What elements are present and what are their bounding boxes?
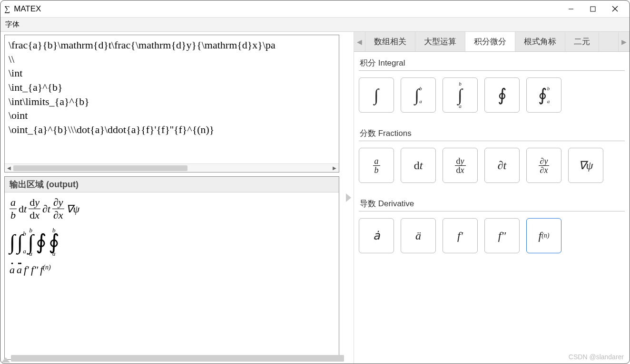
output-line-3: aa f′f″ f(n) [10, 264, 334, 276]
tab-4[interactable]: 二元 [565, 32, 599, 51]
btn-int-ab-limits[interactable]: b∫a [443, 77, 478, 113]
vertical-divider[interactable] [343, 32, 354, 364]
symbol-panel: 积分 Integral ∫∫bab∫a∮∮ba 分数 Fractions abd… [354, 52, 630, 364]
btn-dt[interactable]: dt [401, 148, 436, 183]
app-window: ∑ MATEX 字体 \frac{a}{b}\mathrm{d}t\frac{\… [0, 0, 630, 364]
btn-a-ddot[interactable]: ä [401, 218, 436, 253]
bottom-grip-icon[interactable] [1, 357, 10, 363]
output-box: 输出区域 (output) ab dt dydx ∂t ∂y∂x ∇ψ ∫ ∫b… [4, 176, 339, 360]
tab-2[interactable]: 积分微分 [465, 32, 515, 51]
tabs-scroll-left[interactable]: ◀ [354, 32, 365, 51]
btn-a-dot[interactable]: ȧ [359, 218, 394, 253]
btn-frac-ab[interactable]: ab [359, 148, 394, 183]
watermark: CSDN @slandarer [569, 353, 624, 361]
scroll-right-icon[interactable]: ▶ [330, 165, 339, 171]
minimize-icon [568, 6, 574, 12]
main-area: \frac{a}{b}\mathrm{d}t\frac{\mathrm{d}y}… [0, 32, 630, 364]
app-title: MATEX [14, 4, 41, 14]
btn-f-prime[interactable]: f′ [443, 218, 478, 253]
btn-partial-y-x[interactable]: ∂y∂x [526, 148, 561, 183]
scroll-thumb[interactable] [13, 165, 187, 171]
menubar: 字体 [0, 18, 630, 32]
right-pane: ◀ 数组相关大型运算积分微分根式角标二元 ▶ 积分 Integral ∫∫bab… [354, 32, 630, 364]
btn-oint[interactable]: ∮ [484, 77, 520, 113]
bottom-hscroll[interactable] [11, 355, 344, 362]
integral-grid: ∫∫bab∫a∮∮ba [359, 77, 625, 113]
left-pane: \frac{a}{b}\mathrm{d}t\frac{\mathrm{d}y}… [0, 32, 343, 364]
section-derivative-title: 导数 Derivative [359, 195, 625, 211]
btn-int[interactable]: ∫ [359, 77, 394, 113]
btn-partial-t[interactable]: ∂t [484, 148, 520, 183]
symbol-tabs: ◀ 数组相关大型运算积分微分根式角标二元 ▶ [354, 32, 630, 52]
maximize-icon [590, 6, 596, 12]
btn-oint-ab[interactable]: ∮ba [526, 77, 561, 113]
menu-font[interactable]: 字体 [5, 20, 20, 29]
output-line-1: ab dt dydx ∂t ∂y∂x ∇ψ [10, 197, 334, 220]
btn-f-n[interactable]: f(n) [526, 218, 561, 253]
fractions-grid: abdtdydx∂t∂y∂x∇ψ [359, 148, 625, 183]
tab-3[interactable]: 根式角标 [515, 32, 565, 51]
btn-f-pprime[interactable]: f″ [484, 218, 520, 253]
bottom-scroll-thumb[interactable] [11, 355, 344, 362]
scroll-left-icon[interactable]: ◀ [5, 165, 13, 171]
tabs-scroll-right[interactable]: ▶ [618, 32, 630, 51]
latex-input[interactable]: \frac{a}{b}\mathrm{d}t\frac{\mathrm{d}y}… [5, 35, 339, 163]
btn-int-ab-side[interactable]: ∫ba [401, 77, 436, 113]
titlebar: ∑ MATEX [0, 0, 630, 18]
tab-0[interactable]: 数组相关 [365, 32, 415, 51]
close-button[interactable] [604, 1, 626, 17]
btn-dy-dx[interactable]: dydx [443, 148, 478, 183]
btn-nabla-psi[interactable]: ∇ψ [568, 148, 603, 183]
section-integral-title: 积分 Integral [359, 55, 625, 71]
input-hscroll[interactable]: ◀ ▶ [5, 163, 339, 172]
section-fractions-title: 分数 Fractions [359, 125, 625, 141]
output-line-2: ∫ ∫ba b∫a ∮ b∮a [10, 227, 334, 257]
divider-handle-icon [346, 193, 351, 202]
output-content: ab dt dydx ∂t ∂y∂x ∇ψ ∫ ∫ba b∫a ∮ [5, 192, 339, 359]
latex-input-box: \frac{a}{b}\mathrm{d}t\frac{\mathrm{d}y}… [4, 35, 339, 172]
close-icon [612, 6, 618, 12]
app-icon: ∑ [4, 4, 10, 14]
derivative-grid: ȧäf′f″f(n) [359, 218, 625, 253]
maximize-button[interactable] [582, 1, 604, 17]
minimize-button[interactable] [560, 1, 582, 17]
scroll-track[interactable] [13, 164, 330, 172]
output-header: 输出区域 (output) [5, 177, 339, 192]
svg-rect-1 [591, 7, 595, 11]
tab-1[interactable]: 大型运算 [415, 32, 465, 51]
